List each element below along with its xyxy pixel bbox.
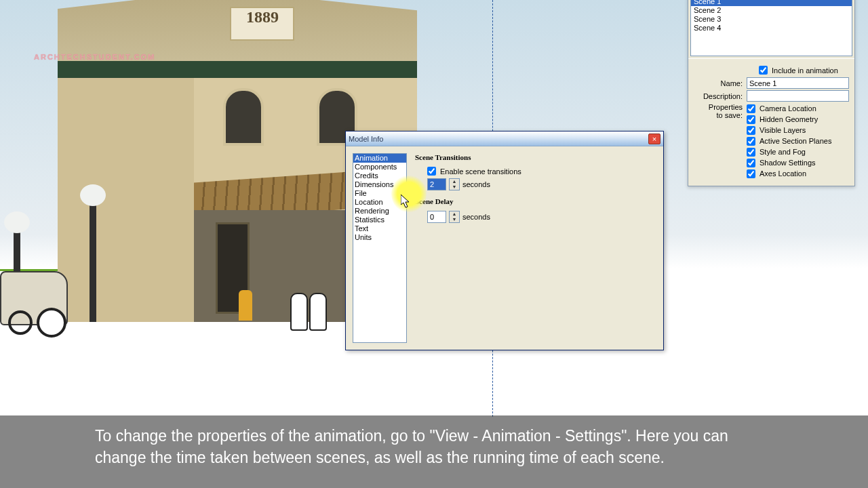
streetlamp[interactable] [90, 203, 96, 322]
scene-item[interactable]: Scene 4 [691, 24, 852, 33]
properties-label-1: Properties [709, 103, 743, 111]
category-item-rendering[interactable]: Rendering [353, 207, 406, 216]
prop-style-checkbox[interactable] [747, 148, 755, 157]
category-item-dimensions[interactable]: Dimensions [353, 180, 406, 189]
transition-seconds-input[interactable] [427, 178, 446, 190]
category-item-components[interactable]: Components [353, 163, 406, 171]
scenes-panel[interactable]: Scene 1 Scene 2 Scene 3 Scene 4 Include … [688, 0, 855, 186]
category-item-file[interactable]: File [353, 189, 406, 198]
scene-item[interactable]: Scene 3 [691, 15, 852, 24]
scene-item[interactable]: Scene 1 [691, 0, 852, 6]
enable-transitions-label: Enable scene transitions [440, 167, 521, 176]
close-button[interactable]: × [648, 134, 660, 144]
prop-label: Camera Location [760, 104, 816, 113]
scene-description-input[interactable] [747, 90, 849, 102]
scene-list[interactable]: Scene 1 Scene 2 Scene 3 Scene 4 [690, 0, 852, 56]
prop-label: Hidden Geometry [760, 115, 818, 123]
prop-label: Style and Fog [760, 148, 806, 156]
category-item-location[interactable]: Location [353, 198, 406, 207]
model-info-dialog[interactable]: Model Info × Animation Components Credit… [345, 131, 664, 350]
description-label: Description: [694, 92, 743, 100]
category-item-statistics[interactable]: Statistics [353, 216, 406, 224]
transition-spinner[interactable]: ▲▼ [449, 178, 460, 190]
enable-transitions-checkbox[interactable] [427, 167, 436, 176]
delay-heading: Scene Delay [415, 197, 656, 205]
include-animation-label: Include in animation [772, 66, 838, 75]
car-model[interactable] [0, 271, 68, 325]
prop-layers-checkbox[interactable] [747, 126, 755, 135]
dialog-title: Model Info [349, 135, 648, 143]
include-animation-checkbox[interactable] [759, 66, 768, 75]
watermark: ARCHTECHSTUDENT.COM [34, 45, 155, 64]
name-label: Name: [694, 79, 743, 87]
delay-spinner[interactable]: ▲▼ [449, 211, 460, 223]
category-list[interactable]: Animation Components Credits Dimensions … [353, 153, 407, 343]
prop-shadow-checkbox[interactable] [747, 159, 755, 167]
hydrant[interactable] [239, 290, 252, 321]
category-item-credits[interactable]: Credits [353, 171, 406, 180]
prop-hidden-checkbox[interactable] [747, 115, 755, 124]
prop-label: Active Section Planes [760, 137, 831, 145]
subtitle-caption: To change the properties of the animatio… [0, 415, 868, 488]
prop-axes-checkbox[interactable] [747, 169, 755, 178]
scene-item[interactable]: Scene 2 [691, 6, 852, 15]
category-item-units[interactable]: Units [353, 233, 406, 242]
figure-group[interactable] [290, 293, 331, 328]
delay-unit: seconds [462, 213, 490, 221]
prop-label: Visible Layers [760, 126, 806, 134]
transitions-heading: Scene Transitions [415, 153, 656, 161]
category-item-animation[interactable]: Animation [353, 154, 406, 163]
category-item-text[interactable]: Text [353, 224, 406, 233]
prop-sections-checkbox[interactable] [747, 137, 755, 146]
properties-label-2: to save: [716, 111, 743, 119]
dialog-titlebar[interactable]: Model Info × [346, 131, 663, 146]
scene-name-input[interactable] [747, 77, 849, 89]
delay-seconds-input[interactable] [427, 211, 446, 223]
prop-label: Axes Location [760, 169, 806, 178]
prop-label: Shadow Settings [760, 159, 816, 167]
transition-unit: seconds [462, 180, 490, 188]
prop-camera-checkbox[interactable] [747, 104, 755, 113]
building-sign: 1889 [230, 7, 294, 41]
